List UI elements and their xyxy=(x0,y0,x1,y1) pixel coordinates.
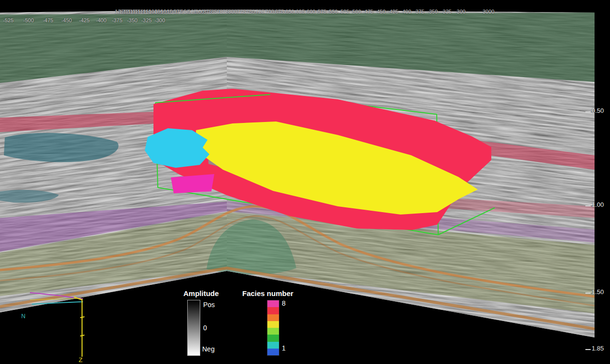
facies-max-label: 8 xyxy=(282,299,286,307)
facies-color-segment xyxy=(267,342,279,349)
facies-color-segment xyxy=(267,300,279,307)
facies-legend-title: Facies number xyxy=(242,289,293,297)
facies-color-segment xyxy=(267,349,279,355)
amplitude-neg-label: Neg xyxy=(202,345,215,353)
amplitude-legend: Amplitude Pos 0 Neg xyxy=(182,289,236,363)
z-axis-label: Z xyxy=(79,356,83,364)
amplitude-legend-title: Amplitude xyxy=(183,289,219,297)
amplitude-zero-label: 0 xyxy=(203,324,207,332)
facies-min-label: 1 xyxy=(282,344,286,352)
facies-color-segment xyxy=(267,328,279,335)
facies-color-segment xyxy=(267,321,279,328)
geobody-magenta[interactable] xyxy=(171,174,214,193)
z-axis-minor-tick xyxy=(80,317,84,318)
amplitude-pos-label: Pos xyxy=(203,301,215,309)
facies-colorbar xyxy=(267,300,279,356)
seismic-interpretation-window: N Z -525-500-475-450-425-400-375-350-325… xyxy=(0,0,610,364)
facies-color-segment xyxy=(267,307,279,314)
facies-color-segment xyxy=(267,314,279,321)
north-label: N xyxy=(21,313,26,320)
facies-legend: Facies number 8 1 xyxy=(242,289,310,363)
amplitude-colorbar xyxy=(187,300,200,356)
z-axis-minor-tick xyxy=(80,335,84,336)
facies-color-segment xyxy=(267,335,279,341)
